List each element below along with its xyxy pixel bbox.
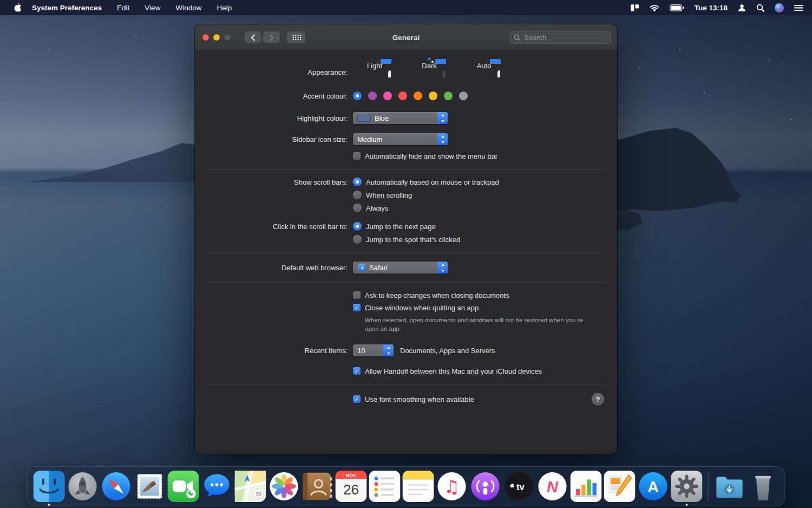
back-button[interactable] (245, 31, 261, 43)
accent-colour-row: Accent colour: (195, 89, 617, 102)
scrollbars-auto-radio[interactable] (353, 178, 362, 186)
siri-icon[interactable] (775, 3, 784, 12)
dock-icon-tv[interactable]: tv (503, 471, 535, 502)
appearance-option-light[interactable]: Light (353, 59, 396, 70)
svg-text:A: A (647, 478, 659, 496)
browser-row: Default web browser: Safari (195, 261, 617, 274)
close-windows-note-row: When selected, open documents and window… (195, 316, 617, 333)
divider (206, 282, 605, 283)
menu-edit[interactable]: Edit (117, 4, 129, 12)
appearance-row: Appearance: Light Dark (195, 59, 617, 76)
dock-icon-facetime[interactable] (168, 471, 199, 502)
window-tiling-icon[interactable] (630, 4, 639, 12)
highlight-colour-label: Highlight colour: (195, 114, 348, 122)
sidebar-size-label: Sidebar icon size: (195, 135, 348, 144)
dock-icon-finder[interactable] (34, 471, 65, 502)
spotlight-icon[interactable] (756, 4, 764, 12)
dock-icon-music[interactable]: ♫ (436, 471, 468, 502)
dock-icon-calendar[interactable]: NOV 26 (336, 471, 367, 502)
sidebar-size-select[interactable]: Medium (353, 133, 448, 145)
handoff-checkbox[interactable] (353, 367, 361, 375)
svg-text:NOV: NOV (346, 473, 356, 478)
dock-icon-news[interactable]: N (537, 471, 568, 502)
handoff-row: Allow Handoff between this Mac and your … (195, 366, 617, 376)
scroll-click-label: Click in the scroll bar to: (195, 223, 348, 231)
close-windows-note: When selected, open documents and window… (365, 316, 589, 333)
font-smoothing-checkbox[interactable] (353, 395, 361, 403)
dock-icon-podcasts[interactable] (470, 471, 501, 502)
wallpaper-hills-left (0, 132, 222, 182)
menu-help[interactable]: Help (217, 4, 232, 12)
system-preferences-window: General Appearance: Light (195, 24, 617, 454)
svg-text:26: 26 (343, 481, 359, 498)
accent-color-purple[interactable] (368, 92, 377, 100)
dock: 3D NOV (27, 466, 785, 506)
search-icon (514, 34, 521, 41)
accent-color-blue[interactable] (353, 92, 362, 100)
stepper-arrows-icon (383, 344, 394, 356)
chevron-left-icon (251, 34, 256, 41)
highlight-colour-row: Highlight colour: Blue (195, 112, 617, 125)
jump-to-spot-radio[interactable] (353, 235, 362, 244)
menu-window[interactable]: Window (175, 4, 201, 12)
accent-color-green[interactable] (444, 92, 453, 100)
user-icon[interactable] (738, 4, 746, 12)
jump-next-page-radio[interactable] (353, 222, 362, 231)
accent-color-yellow[interactable] (429, 92, 437, 100)
dock-icon-safari[interactable] (101, 471, 132, 502)
close-windows-checkbox[interactable] (353, 304, 361, 311)
recent-items-select[interactable]: 10 (353, 344, 394, 356)
dock-icon-maps[interactable]: 3D (235, 471, 266, 502)
accent-color-pink[interactable] (383, 92, 392, 100)
stepper-arrows-icon (437, 262, 448, 273)
accent-color-red[interactable] (398, 92, 407, 100)
battery-icon[interactable] (670, 4, 684, 11)
apple-menu[interactable] (13, 3, 21, 12)
default-browser-select[interactable]: Safari (353, 262, 448, 273)
chevron-right-icon (269, 34, 274, 41)
apple-logo-icon (13, 3, 21, 12)
appearance-option-auto[interactable]: Auto (462, 59, 506, 70)
close-button[interactable] (202, 34, 209, 41)
search-field[interactable] (510, 31, 611, 44)
dock-icon-contacts[interactable] (302, 471, 333, 502)
accent-color-graphite[interactable] (459, 92, 468, 100)
browser-label: Default web browser: (195, 264, 348, 272)
minimize-button[interactable] (213, 34, 220, 41)
title-bar[interactable]: General (195, 24, 617, 51)
menu-bar: System Preferences Edit View Window Help… (0, 0, 812, 15)
wallpaper-island-right (611, 81, 812, 238)
show-all-button[interactable] (287, 31, 305, 43)
accent-color-orange[interactable] (414, 92, 422, 100)
search-input[interactable] (523, 33, 607, 42)
help-button[interactable]: ? (592, 393, 604, 406)
menubar-clock[interactable]: Tue 13:18 (695, 4, 728, 12)
divider (206, 385, 605, 385)
dock-icon-mail[interactable] (134, 471, 166, 502)
dock-icon-system-preferences[interactable] (671, 471, 703, 502)
dock-icon-launchpad[interactable] (67, 471, 99, 502)
dock-icon-numbers[interactable] (571, 471, 602, 502)
dock-icon-downloads[interactable] (714, 471, 745, 502)
menu-view[interactable]: View (145, 4, 160, 12)
dock-icon-messages[interactable] (201, 471, 233, 502)
ask-keep-changes-checkbox[interactable] (353, 291, 361, 299)
appearance-option-dark[interactable]: Dark (408, 59, 451, 70)
highlight-colour-select[interactable]: Blue (353, 112, 448, 124)
dock-icon-app-store[interactable]: A (638, 471, 669, 502)
dock-icon-photos[interactable] (269, 471, 300, 502)
scrollbars-always-radio[interactable] (353, 204, 362, 212)
dock-icon-pages[interactable] (604, 471, 636, 502)
recent-items-row: Recent items: 10 Documents, Apps and Ser… (195, 344, 617, 357)
wifi-icon[interactable] (650, 4, 659, 11)
ask-keep-changes-row: Ask to keep changes when closing documen… (195, 290, 617, 301)
dock-icon-notes[interactable] (403, 471, 434, 502)
dock-icon-reminders[interactable] (369, 471, 401, 502)
notification-center-icon[interactable] (794, 4, 803, 11)
svg-text:tv: tv (516, 482, 525, 492)
menubar-app-name[interactable]: System Preferences (32, 4, 102, 12)
scrollbars-when-scrolling-radio[interactable] (353, 191, 362, 199)
dock-icon-trash[interactable] (748, 471, 779, 502)
hide-menubar-checkbox[interactable] (353, 152, 361, 160)
appearance-label: Appearance: (195, 68, 348, 76)
